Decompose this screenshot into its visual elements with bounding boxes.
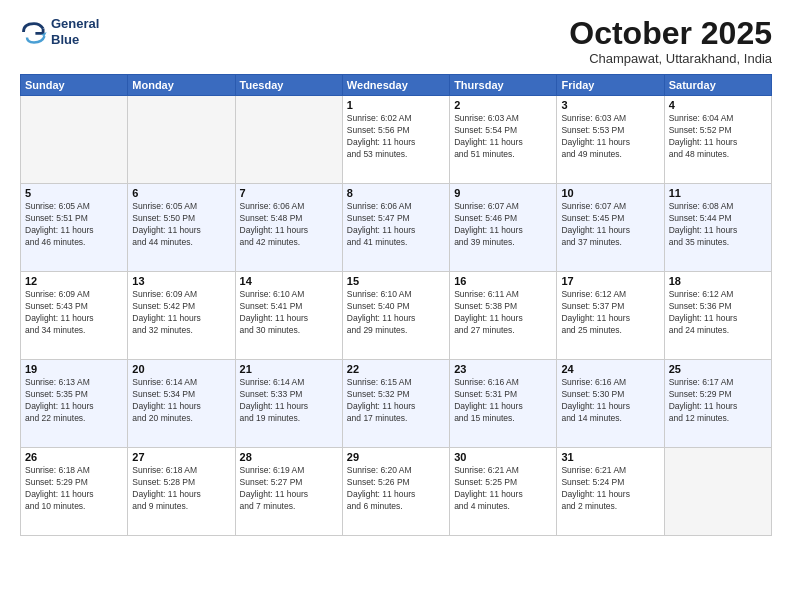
day-info: Sunrise: 6:09 AM Sunset: 5:42 PM Dayligh… bbox=[132, 289, 230, 337]
day-info: Sunrise: 6:07 AM Sunset: 5:46 PM Dayligh… bbox=[454, 201, 552, 249]
calendar-day-header: Friday bbox=[557, 75, 664, 96]
calendar-day-cell: 19Sunrise: 6:13 AM Sunset: 5:35 PM Dayli… bbox=[21, 360, 128, 448]
day-number: 28 bbox=[240, 451, 338, 463]
day-number: 8 bbox=[347, 187, 445, 199]
day-info: Sunrise: 6:21 AM Sunset: 5:25 PM Dayligh… bbox=[454, 465, 552, 513]
calendar-day-header: Sunday bbox=[21, 75, 128, 96]
day-info: Sunrise: 6:14 AM Sunset: 5:33 PM Dayligh… bbox=[240, 377, 338, 425]
calendar-day-cell: 22Sunrise: 6:15 AM Sunset: 5:32 PM Dayli… bbox=[342, 360, 449, 448]
calendar-day-cell: 11Sunrise: 6:08 AM Sunset: 5:44 PM Dayli… bbox=[664, 184, 771, 272]
calendar-day-cell: 27Sunrise: 6:18 AM Sunset: 5:28 PM Dayli… bbox=[128, 448, 235, 536]
calendar-day-cell bbox=[235, 96, 342, 184]
calendar-day-cell: 13Sunrise: 6:09 AM Sunset: 5:42 PM Dayli… bbox=[128, 272, 235, 360]
calendar-week-row: 19Sunrise: 6:13 AM Sunset: 5:35 PM Dayli… bbox=[21, 360, 772, 448]
day-info: Sunrise: 6:09 AM Sunset: 5:43 PM Dayligh… bbox=[25, 289, 123, 337]
calendar-week-row: 26Sunrise: 6:18 AM Sunset: 5:29 PM Dayli… bbox=[21, 448, 772, 536]
day-info: Sunrise: 6:10 AM Sunset: 5:41 PM Dayligh… bbox=[240, 289, 338, 337]
calendar-week-row: 5Sunrise: 6:05 AM Sunset: 5:51 PM Daylig… bbox=[21, 184, 772, 272]
calendar-day-cell: 26Sunrise: 6:18 AM Sunset: 5:29 PM Dayli… bbox=[21, 448, 128, 536]
day-info: Sunrise: 6:03 AM Sunset: 5:54 PM Dayligh… bbox=[454, 113, 552, 161]
calendar-day-cell: 9Sunrise: 6:07 AM Sunset: 5:46 PM Daylig… bbox=[450, 184, 557, 272]
calendar-day-cell bbox=[664, 448, 771, 536]
calendar-day-cell: 24Sunrise: 6:16 AM Sunset: 5:30 PM Dayli… bbox=[557, 360, 664, 448]
day-number: 31 bbox=[561, 451, 659, 463]
title-block: October 2025 Champawat, Uttarakhand, Ind… bbox=[569, 16, 772, 66]
page: General Blue October 2025 Champawat, Utt… bbox=[0, 0, 792, 612]
calendar-day-cell: 17Sunrise: 6:12 AM Sunset: 5:37 PM Dayli… bbox=[557, 272, 664, 360]
day-number: 26 bbox=[25, 451, 123, 463]
day-number: 24 bbox=[561, 363, 659, 375]
day-info: Sunrise: 6:05 AM Sunset: 5:50 PM Dayligh… bbox=[132, 201, 230, 249]
calendar-day-header: Monday bbox=[128, 75, 235, 96]
day-number: 20 bbox=[132, 363, 230, 375]
calendar-day-cell: 1Sunrise: 6:02 AM Sunset: 5:56 PM Daylig… bbox=[342, 96, 449, 184]
day-info: Sunrise: 6:11 AM Sunset: 5:38 PM Dayligh… bbox=[454, 289, 552, 337]
calendar-week-row: 1Sunrise: 6:02 AM Sunset: 5:56 PM Daylig… bbox=[21, 96, 772, 184]
logo-text: General Blue bbox=[51, 16, 99, 47]
subtitle: Champawat, Uttarakhand, India bbox=[569, 51, 772, 66]
calendar-day-cell: 5Sunrise: 6:05 AM Sunset: 5:51 PM Daylig… bbox=[21, 184, 128, 272]
calendar-day-cell: 10Sunrise: 6:07 AM Sunset: 5:45 PM Dayli… bbox=[557, 184, 664, 272]
calendar-day-cell: 29Sunrise: 6:20 AM Sunset: 5:26 PM Dayli… bbox=[342, 448, 449, 536]
calendar-day-cell: 21Sunrise: 6:14 AM Sunset: 5:33 PM Dayli… bbox=[235, 360, 342, 448]
logo-icon bbox=[20, 18, 48, 46]
day-number: 30 bbox=[454, 451, 552, 463]
day-number: 22 bbox=[347, 363, 445, 375]
day-number: 17 bbox=[561, 275, 659, 287]
day-number: 4 bbox=[669, 99, 767, 111]
day-number: 29 bbox=[347, 451, 445, 463]
calendar-day-cell: 3Sunrise: 6:03 AM Sunset: 5:53 PM Daylig… bbox=[557, 96, 664, 184]
day-number: 21 bbox=[240, 363, 338, 375]
day-info: Sunrise: 6:16 AM Sunset: 5:31 PM Dayligh… bbox=[454, 377, 552, 425]
calendar-header-row: SundayMondayTuesdayWednesdayThursdayFrid… bbox=[21, 75, 772, 96]
day-number: 5 bbox=[25, 187, 123, 199]
calendar-day-cell: 18Sunrise: 6:12 AM Sunset: 5:36 PM Dayli… bbox=[664, 272, 771, 360]
day-info: Sunrise: 6:20 AM Sunset: 5:26 PM Dayligh… bbox=[347, 465, 445, 513]
calendar-day-cell: 25Sunrise: 6:17 AM Sunset: 5:29 PM Dayli… bbox=[664, 360, 771, 448]
day-number: 12 bbox=[25, 275, 123, 287]
calendar-day-cell: 4Sunrise: 6:04 AM Sunset: 5:52 PM Daylig… bbox=[664, 96, 771, 184]
calendar-day-cell bbox=[128, 96, 235, 184]
calendar-day-cell: 15Sunrise: 6:10 AM Sunset: 5:40 PM Dayli… bbox=[342, 272, 449, 360]
day-number: 10 bbox=[561, 187, 659, 199]
day-info: Sunrise: 6:08 AM Sunset: 5:44 PM Dayligh… bbox=[669, 201, 767, 249]
day-info: Sunrise: 6:17 AM Sunset: 5:29 PM Dayligh… bbox=[669, 377, 767, 425]
calendar-day-header: Saturday bbox=[664, 75, 771, 96]
day-number: 9 bbox=[454, 187, 552, 199]
calendar-day-cell: 28Sunrise: 6:19 AM Sunset: 5:27 PM Dayli… bbox=[235, 448, 342, 536]
day-number: 16 bbox=[454, 275, 552, 287]
day-number: 25 bbox=[669, 363, 767, 375]
calendar-day-cell: 20Sunrise: 6:14 AM Sunset: 5:34 PM Dayli… bbox=[128, 360, 235, 448]
calendar-day-cell: 8Sunrise: 6:06 AM Sunset: 5:47 PM Daylig… bbox=[342, 184, 449, 272]
day-info: Sunrise: 6:04 AM Sunset: 5:52 PM Dayligh… bbox=[669, 113, 767, 161]
day-number: 1 bbox=[347, 99, 445, 111]
day-info: Sunrise: 6:10 AM Sunset: 5:40 PM Dayligh… bbox=[347, 289, 445, 337]
calendar-table: SundayMondayTuesdayWednesdayThursdayFrid… bbox=[20, 74, 772, 536]
header: General Blue October 2025 Champawat, Utt… bbox=[20, 16, 772, 66]
day-number: 6 bbox=[132, 187, 230, 199]
calendar-day-cell: 7Sunrise: 6:06 AM Sunset: 5:48 PM Daylig… bbox=[235, 184, 342, 272]
day-info: Sunrise: 6:16 AM Sunset: 5:30 PM Dayligh… bbox=[561, 377, 659, 425]
calendar-day-cell: 31Sunrise: 6:21 AM Sunset: 5:24 PM Dayli… bbox=[557, 448, 664, 536]
day-number: 15 bbox=[347, 275, 445, 287]
day-info: Sunrise: 6:19 AM Sunset: 5:27 PM Dayligh… bbox=[240, 465, 338, 513]
calendar-day-cell: 30Sunrise: 6:21 AM Sunset: 5:25 PM Dayli… bbox=[450, 448, 557, 536]
calendar-day-header: Wednesday bbox=[342, 75, 449, 96]
day-number: 18 bbox=[669, 275, 767, 287]
calendar-day-header: Thursday bbox=[450, 75, 557, 96]
day-number: 11 bbox=[669, 187, 767, 199]
day-number: 19 bbox=[25, 363, 123, 375]
calendar-day-cell: 12Sunrise: 6:09 AM Sunset: 5:43 PM Dayli… bbox=[21, 272, 128, 360]
day-info: Sunrise: 6:05 AM Sunset: 5:51 PM Dayligh… bbox=[25, 201, 123, 249]
calendar-week-row: 12Sunrise: 6:09 AM Sunset: 5:43 PM Dayli… bbox=[21, 272, 772, 360]
day-number: 27 bbox=[132, 451, 230, 463]
calendar-day-cell: 23Sunrise: 6:16 AM Sunset: 5:31 PM Dayli… bbox=[450, 360, 557, 448]
calendar-day-cell: 16Sunrise: 6:11 AM Sunset: 5:38 PM Dayli… bbox=[450, 272, 557, 360]
day-info: Sunrise: 6:21 AM Sunset: 5:24 PM Dayligh… bbox=[561, 465, 659, 513]
day-number: 13 bbox=[132, 275, 230, 287]
month-title: October 2025 bbox=[569, 16, 772, 51]
day-info: Sunrise: 6:15 AM Sunset: 5:32 PM Dayligh… bbox=[347, 377, 445, 425]
day-info: Sunrise: 6:03 AM Sunset: 5:53 PM Dayligh… bbox=[561, 113, 659, 161]
calendar-day-header: Tuesday bbox=[235, 75, 342, 96]
calendar-day-cell: 2Sunrise: 6:03 AM Sunset: 5:54 PM Daylig… bbox=[450, 96, 557, 184]
